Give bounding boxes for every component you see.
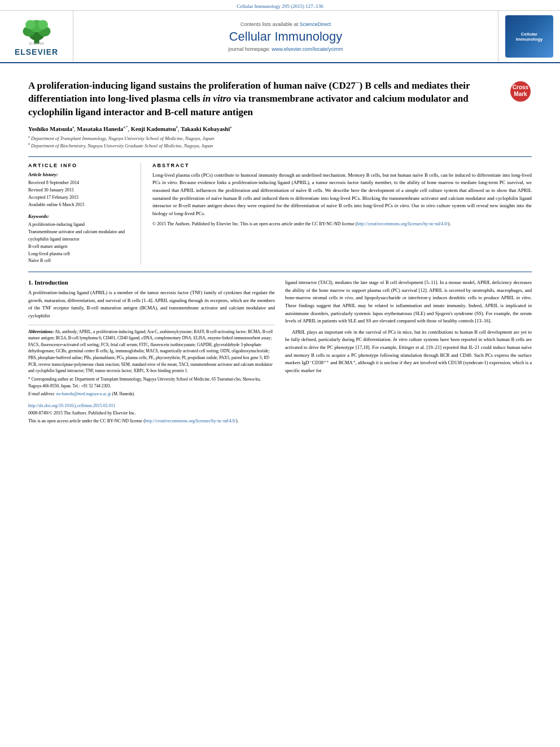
intro-section-title: 1. Introduction [28, 279, 275, 286]
svg-text:ELSEVIER: ELSEVIER [29, 42, 44, 45]
keyword-4: Long-lived plasma cell [28, 251, 134, 258]
main-content: A proliferation-inducing ligand sustains… [0, 63, 560, 431]
doi[interactable]: http://dx.doi.org/10.1016/j.cellimm.2015… [28, 402, 275, 410]
authors-line: Yoshiko Matsudaa, Masataka Hanedaa,*, Ke… [28, 125, 532, 132]
article-title-text: A proliferation-inducing ligand sustains… [28, 78, 504, 119]
svg-text:Mark: Mark [514, 91, 527, 97]
journal-header-center: Contents lists available at ScienceDirec… [73, 11, 498, 62]
abstract-col: ABSTRACT Long-lived plasma cells (PCs) c… [152, 163, 532, 265]
author-1: Yoshiko Matsuda [28, 126, 72, 132]
issn-line: 0008-8749/© 2015 The Authors. Published … [28, 409, 275, 417]
journal-logo-text: CellularImmunology [516, 32, 543, 42]
open-access-line: This is an open access article under the… [28, 417, 275, 425]
author-3: Kenji Kadomatsu [131, 126, 176, 132]
journal-header: ELSEVIER ELSEVIER Contents lists availab… [0, 11, 560, 63]
body-content: 1. Introduction A proliferation-inducing… [28, 279, 532, 425]
cellular-immunology-logo: CellularImmunology [505, 15, 553, 58]
affiliation-a: a Department of Transplant Immunology, N… [28, 134, 532, 142]
intro-para-1: A proliferation-inducing ligand (APRIL) … [28, 289, 275, 320]
affiliations: a Department of Transplant Immunology, N… [28, 134, 532, 150]
abstract-para-1: Long-lived plasma cells (PCs) contribute… [152, 172, 532, 218]
keywords-label: Keywords: [28, 213, 134, 219]
journal-logo-area: CellularImmunology [498, 11, 560, 62]
keyword-1: A proliferation-inducing ligand [28, 221, 134, 229]
author-2: Masataka Haneda [77, 126, 123, 132]
accepted-date: Accepted 17 February 2015 [28, 194, 134, 200]
affiliation-b: b Department of Biochemistry, Nagoya Uni… [28, 142, 532, 150]
sciencedirect-line: Contents lists available at ScienceDirec… [240, 21, 331, 27]
intro-right-text: ligand interactor (TACI), mediates the l… [285, 279, 532, 374]
email-note: E-mail address: no-haneda@med.nagoya-u.a… [28, 391, 275, 397]
received-date: Received 8 September 2014 [28, 180, 134, 186]
abbreviations: Abbreviations: Ab, antibody; APRIL, a pr… [28, 329, 275, 374]
elsevier-logo-area: ELSEVIER ELSEVIER [0, 11, 73, 62]
intro-right-col: ligand interactor (TACI), mediates the l… [285, 279, 532, 425]
elsevier-tree-icon: ELSEVIER [14, 17, 59, 45]
footnotes: Abbreviations: Ab, antibody; APRIL, a pr… [28, 325, 275, 397]
keyword-5: Naïve B cell [28, 257, 134, 265]
svg-text:Cross: Cross [513, 84, 529, 90]
author: author [58, 377, 68, 382]
intro-left-col: 1. Introduction A proliferation-inducing… [28, 279, 275, 425]
author-4: Takaaki Kobayashi [181, 126, 230, 132]
article-title-area: A proliferation-inducing ligand sustains… [28, 78, 532, 119]
revised-date: Revised 30 January 2015 [28, 187, 134, 193]
crossmark-logo: Cross Mark [509, 80, 532, 103]
page: Cellular Immunology 295 (2015) 127–136 E… [0, 0, 560, 747]
article-history-label: Article history: [28, 172, 134, 177]
abbreviations-label: Abbreviations: [28, 329, 54, 334]
intro-body-text: A proliferation-inducing ligand (APRIL) … [28, 289, 275, 320]
elsevier-wordmark: ELSEVIER [15, 47, 58, 56]
abstract-label: ABSTRACT [152, 163, 532, 168]
cc-license-link[interactable]: http://creativecommons.org/licenses/by-n… [357, 221, 448, 226]
email-link[interactable]: no-haneda@med.nagoya-u.ac.jp [56, 391, 111, 396]
article-info-abstract: ARTICLE INFO Article history: Received 8… [28, 156, 532, 265]
cc-link-bottom[interactable]: http://creativecommons.org/licenses/by-n… [145, 418, 236, 423]
doi-link: http://dx.doi.org/10.1016/j.cellimm.2015… [28, 402, 275, 410]
journal-title: Cellular Immunology [229, 29, 343, 44]
journal-citation: Cellular Immunology 295 (2015) 127–136 [237, 3, 323, 9]
sciencedirect-link[interactable]: ScienceDirect [300, 21, 331, 27]
elsevier-logo: ELSEVIER ELSEVIER [14, 17, 59, 56]
contents-text: Contents lists available at [240, 21, 298, 27]
article-info-label: ARTICLE INFO [28, 163, 134, 168]
journal-homepage: journal homepage: www.elsevier.com/locat… [228, 46, 343, 52]
abstract-text: Long-lived plasma cells (PCs) contribute… [152, 172, 532, 228]
keywords-section: Keywords: A proliferation-inducing ligan… [28, 213, 134, 265]
section-divider [28, 272, 532, 272]
article-info-col: ARTICLE INFO Article history: Received 8… [28, 163, 141, 265]
svg-point-5 [25, 20, 36, 29]
keyword-3: B-cell mature antigen [28, 243, 134, 251]
intro-para-2: ligand interactor (TACI), mediates the l… [285, 279, 532, 325]
journal-citation-bar: Cellular Immunology 295 (2015) 127–136 [0, 0, 560, 11]
corresponding-author-note: * Corresponding author at: Department of… [28, 376, 275, 389]
svg-point-6 [37, 20, 47, 29]
copyright-line: © 2015 The Authors. Published by Elsevie… [152, 221, 532, 228]
available-date: Available online 6 March 2015 [28, 202, 134, 208]
homepage-link[interactable]: www.elsevier.com/locate/ycimm [272, 46, 343, 52]
intro-para-3: APRIL plays an important role in the sur… [285, 329, 532, 375]
keyword-2: Transmembrane activator and calcium modu… [28, 229, 134, 243]
